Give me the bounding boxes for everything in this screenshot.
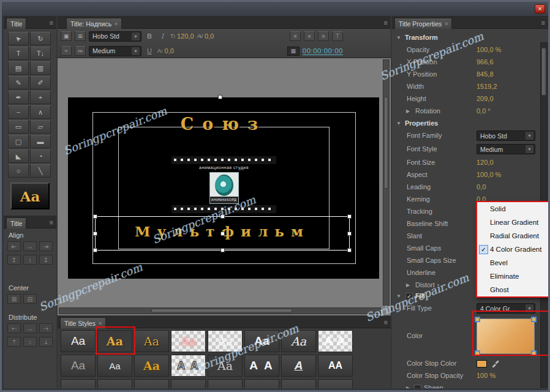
style-swatch[interactable]: [281, 379, 316, 388]
style-swatch[interactable]: [171, 379, 206, 388]
align-center-text-button[interactable]: ≡: [304, 31, 315, 41]
underline-button[interactable]: U: [145, 46, 154, 56]
font-size-property-value[interactable]: 120,0: [477, 159, 494, 166]
handle-bottom-center[interactable]: [220, 248, 225, 252]
distribute-bottom-button[interactable]: ⇣: [39, 337, 53, 347]
style-swatch[interactable]: A A: [318, 330, 353, 352]
align-right-text-button[interactable]: ≡: [318, 31, 329, 41]
style-swatch-selected[interactable]: Aa: [97, 330, 132, 352]
handle-top-right[interactable]: [347, 214, 352, 219]
x-position-value[interactable]: 966,6: [477, 58, 494, 66]
font-style-dropdown[interactable]: Medium ▼: [89, 46, 141, 56]
style-swatch[interactable]: AA: [318, 355, 353, 377]
menu-item-solid[interactable]: Solid: [477, 202, 549, 216]
height-value[interactable]: 209,0: [477, 95, 494, 102]
eyedropper-icon[interactable]: [491, 360, 499, 369]
align-left-button[interactable]: ⇤: [7, 241, 21, 251]
gradient-stop-top-left[interactable]: [475, 317, 480, 322]
menu-item-ghost[interactable]: Ghost: [477, 283, 549, 296]
distribute-center-horizontal-button[interactable]: ↔: [23, 323, 37, 333]
properties-collapse-icon[interactable]: ▼: [396, 121, 401, 126]
font-family-property-dropdown[interactable]: Hobo Std ▼: [477, 130, 535, 141]
properties-panel-menu-icon[interactable]: ≡: [541, 19, 545, 26]
menu-item-bevel[interactable]: Bevel: [477, 256, 549, 270]
sheen-checkbox[interactable]: [414, 385, 421, 388]
tab-title-align[interactable]: Title: [6, 217, 26, 228]
style-swatch[interactable]: Aa: [208, 330, 243, 352]
style-swatch[interactable]: Aa: [61, 330, 96, 352]
handle-top-left[interactable]: [93, 214, 97, 219]
tab-close-icon[interactable]: ×: [115, 21, 118, 27]
background-video-button[interactable]: ▦: [287, 47, 299, 56]
menu-item-4-color-gradient[interactable]: ✓4 Color Gradient: [477, 243, 549, 256]
font-style-property-dropdown[interactable]: Medium ▼: [477, 144, 535, 154]
width-value[interactable]: 1519,2: [477, 83, 497, 90]
align-center-vertical-button[interactable]: ↕: [23, 255, 37, 265]
tab-close-icon[interactable]: ×: [99, 320, 102, 326]
line-tool[interactable]: ╲: [30, 164, 51, 178]
delete-anchor-point-tool[interactable]: −: [8, 105, 29, 119]
rounded-rectangle-tool[interactable]: ▬: [30, 135, 51, 148]
handle-middle-left[interactable]: [93, 232, 97, 236]
align-left-text-button[interactable]: ≡: [290, 31, 301, 41]
convert-anchor-point-tool[interactable]: ∧: [30, 105, 51, 119]
align-panel-menu-icon[interactable]: ≡: [50, 219, 53, 226]
distribute-left-button[interactable]: ⇠: [7, 323, 21, 333]
gradient-stop-top-right[interactable]: [531, 317, 537, 322]
gradient-stop-bottom-left[interactable]: [475, 350, 480, 356]
fill-type-dropdown[interactable]: 4 Color Gr... ▼: [477, 303, 535, 314]
kerning-field[interactable]: AV 0,0: [197, 32, 214, 40]
style-swatch[interactable]: Aa: [244, 330, 279, 352]
handle-bottom-left[interactable]: [93, 248, 97, 252]
handle-bottom-right[interactable]: [347, 248, 352, 252]
style-swatch[interactable]: Aa: [281, 330, 316, 352]
distribute-center-vertical-button[interactable]: ↕: [23, 337, 37, 347]
templates-button[interactable]: ⊞: [75, 31, 86, 41]
properties-scrollbar-thumb[interactable]: [541, 48, 546, 96]
align-bottom-button[interactable]: ↧: [39, 255, 53, 265]
style-swatch[interactable]: [134, 379, 169, 388]
close-button[interactable]: ×: [535, 4, 545, 13]
rotation-value[interactable]: 0,0 °: [477, 107, 491, 115]
leading-value[interactable]: 0,0: [165, 47, 174, 55]
align-center-horizontal-button[interactable]: ↔: [23, 241, 37, 251]
tab-close-icon[interactable]: ×: [445, 21, 448, 27]
rounded-corner-rectangle-tool[interactable]: ▢: [8, 135, 29, 148]
canvas-vertical-scrollbar-thumb[interactable]: [384, 97, 388, 189]
canvas-vertical-scrollbar[interactable]: [383, 59, 390, 306]
vertical-area-type-tool[interactable]: ▥: [30, 61, 51, 75]
style-swatch[interactable]: [97, 379, 132, 388]
menu-item-eliminate[interactable]: Eliminate: [477, 270, 549, 283]
style-swatch[interactable]: Aa: [134, 330, 169, 352]
clipped-corner-rectangle-tool[interactable]: ▱: [30, 120, 51, 134]
vertical-type-tool[interactable]: T↓: [30, 47, 51, 60]
style-swatch[interactable]: [318, 379, 353, 388]
bold-button[interactable]: B: [145, 31, 154, 42]
pen-tool[interactable]: ✒: [8, 91, 29, 104]
distort-expand-icon[interactable]: ▶: [406, 282, 410, 288]
style-swatch[interactable]: Aa: [61, 355, 96, 377]
document-panel-menu-icon[interactable]: ≡: [384, 19, 388, 26]
opacity-value[interactable]: 100,0 %: [477, 46, 501, 53]
roll-crawl-options-button[interactable]: ≈: [61, 46, 72, 56]
font-size-field[interactable]: T↕ 120,0: [170, 32, 194, 40]
font-browser-button[interactable]: ≔: [75, 46, 86, 56]
handle-middle-right[interactable]: [347, 232, 352, 236]
studio-logo[interactable]: АНИМАККОРД: [209, 172, 239, 204]
style-swatch[interactable]: [208, 379, 243, 388]
center-horizontal-button[interactable]: ⊞: [7, 294, 21, 304]
align-right-button[interactable]: ⇥: [39, 241, 53, 251]
type-tool[interactable]: T: [8, 47, 29, 60]
leading-property-value[interactable]: 0,0: [477, 183, 486, 190]
styles-panel-menu-icon[interactable]: ≡: [384, 318, 388, 326]
transform-collapse-icon[interactable]: ▼: [396, 35, 401, 40]
distribute-right-button[interactable]: ⇢: [39, 323, 53, 333]
style-swatch[interactable]: A A: [171, 355, 206, 377]
wedge-tool[interactable]: ◣: [8, 149, 29, 163]
canvas-horizontal-scrollbar[interactable]: [59, 307, 381, 314]
tab-title-document[interactable]: Title: Надпись ×: [66, 18, 122, 29]
fill-collapse-icon[interactable]: ▼: [396, 293, 401, 299]
canvas-title-text[interactable]: Союз: [68, 115, 379, 134]
color-stop-color-swatch[interactable]: [477, 360, 487, 368]
style-swatch[interactable]: [61, 379, 96, 388]
